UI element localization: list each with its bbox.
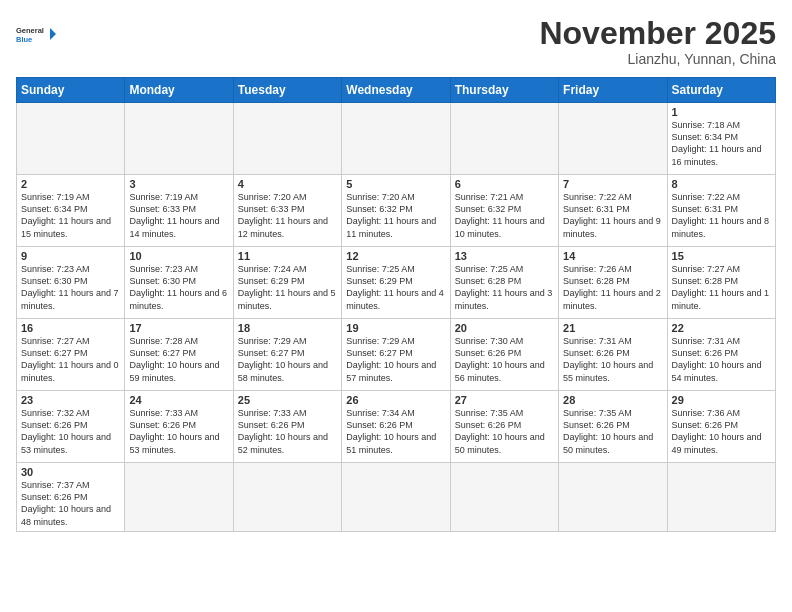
svg-marker-2 <box>50 28 56 40</box>
day-number: 28 <box>563 394 662 406</box>
month-title: November 2025 <box>539 16 776 51</box>
table-row: 9Sunrise: 7:23 AMSunset: 6:30 PMDaylight… <box>17 247 125 319</box>
day-number: 21 <box>563 322 662 334</box>
table-row: 16Sunrise: 7:27 AMSunset: 6:27 PMDayligh… <box>17 319 125 391</box>
day-info: Sunrise: 7:27 AMSunset: 6:28 PMDaylight:… <box>672 263 771 312</box>
day-info: Sunrise: 7:31 AMSunset: 6:26 PMDaylight:… <box>563 335 662 384</box>
day-number: 20 <box>455 322 554 334</box>
day-info: Sunrise: 7:24 AMSunset: 6:29 PMDaylight:… <box>238 263 337 312</box>
weekday-header-row: Sunday Monday Tuesday Wednesday Thursday… <box>17 78 776 103</box>
day-number: 19 <box>346 322 445 334</box>
table-row: 24Sunrise: 7:33 AMSunset: 6:26 PMDayligh… <box>125 391 233 463</box>
header-monday: Monday <box>125 78 233 103</box>
table-row <box>342 103 450 175</box>
day-info: Sunrise: 7:32 AMSunset: 6:26 PMDaylight:… <box>21 407 120 456</box>
day-info: Sunrise: 7:29 AMSunset: 6:27 PMDaylight:… <box>238 335 337 384</box>
day-number: 6 <box>455 178 554 190</box>
day-number: 9 <box>21 250 120 262</box>
day-number: 2 <box>21 178 120 190</box>
table-row <box>342 463 450 532</box>
day-info: Sunrise: 7:21 AMSunset: 6:32 PMDaylight:… <box>455 191 554 240</box>
day-info: Sunrise: 7:22 AMSunset: 6:31 PMDaylight:… <box>672 191 771 240</box>
svg-text:Blue: Blue <box>16 35 32 44</box>
header-friday: Friday <box>559 78 667 103</box>
header-sunday: Sunday <box>17 78 125 103</box>
table-row <box>125 463 233 532</box>
table-row: 30Sunrise: 7:37 AMSunset: 6:26 PMDayligh… <box>17 463 125 532</box>
table-row: 28Sunrise: 7:35 AMSunset: 6:26 PMDayligh… <box>559 391 667 463</box>
day-info: Sunrise: 7:22 AMSunset: 6:31 PMDaylight:… <box>563 191 662 240</box>
svg-text:General: General <box>16 26 44 35</box>
day-number: 27 <box>455 394 554 406</box>
day-number: 5 <box>346 178 445 190</box>
header-wednesday: Wednesday <box>342 78 450 103</box>
table-row: 17Sunrise: 7:28 AMSunset: 6:27 PMDayligh… <box>125 319 233 391</box>
day-info: Sunrise: 7:25 AMSunset: 6:28 PMDaylight:… <box>455 263 554 312</box>
table-row: 13Sunrise: 7:25 AMSunset: 6:28 PMDayligh… <box>450 247 558 319</box>
day-number: 1 <box>672 106 771 118</box>
table-row: 27Sunrise: 7:35 AMSunset: 6:26 PMDayligh… <box>450 391 558 463</box>
day-number: 25 <box>238 394 337 406</box>
day-info: Sunrise: 7:34 AMSunset: 6:26 PMDaylight:… <box>346 407 445 456</box>
day-info: Sunrise: 7:35 AMSunset: 6:26 PMDaylight:… <box>563 407 662 456</box>
table-row: 11Sunrise: 7:24 AMSunset: 6:29 PMDayligh… <box>233 247 341 319</box>
day-number: 29 <box>672 394 771 406</box>
table-row <box>667 463 775 532</box>
header-thursday: Thursday <box>450 78 558 103</box>
day-info: Sunrise: 7:28 AMSunset: 6:27 PMDaylight:… <box>129 335 228 384</box>
table-row: 19Sunrise: 7:29 AMSunset: 6:27 PMDayligh… <box>342 319 450 391</box>
table-row <box>233 103 341 175</box>
table-row: 10Sunrise: 7:23 AMSunset: 6:30 PMDayligh… <box>125 247 233 319</box>
day-info: Sunrise: 7:27 AMSunset: 6:27 PMDaylight:… <box>21 335 120 384</box>
day-info: Sunrise: 7:35 AMSunset: 6:26 PMDaylight:… <box>455 407 554 456</box>
table-row: 25Sunrise: 7:33 AMSunset: 6:26 PMDayligh… <box>233 391 341 463</box>
day-number: 22 <box>672 322 771 334</box>
table-row: 20Sunrise: 7:30 AMSunset: 6:26 PMDayligh… <box>450 319 558 391</box>
table-row: 15Sunrise: 7:27 AMSunset: 6:28 PMDayligh… <box>667 247 775 319</box>
day-info: Sunrise: 7:30 AMSunset: 6:26 PMDaylight:… <box>455 335 554 384</box>
day-info: Sunrise: 7:19 AMSunset: 6:34 PMDaylight:… <box>21 191 120 240</box>
day-info: Sunrise: 7:26 AMSunset: 6:28 PMDaylight:… <box>563 263 662 312</box>
day-number: 30 <box>21 466 120 478</box>
table-row <box>559 103 667 175</box>
table-row: 23Sunrise: 7:32 AMSunset: 6:26 PMDayligh… <box>17 391 125 463</box>
table-row: 6Sunrise: 7:21 AMSunset: 6:32 PMDaylight… <box>450 175 558 247</box>
day-info: Sunrise: 7:29 AMSunset: 6:27 PMDaylight:… <box>346 335 445 384</box>
day-info: Sunrise: 7:36 AMSunset: 6:26 PMDaylight:… <box>672 407 771 456</box>
table-row: 8Sunrise: 7:22 AMSunset: 6:31 PMDaylight… <box>667 175 775 247</box>
table-row: 3Sunrise: 7:19 AMSunset: 6:33 PMDaylight… <box>125 175 233 247</box>
table-row: 5Sunrise: 7:20 AMSunset: 6:32 PMDaylight… <box>342 175 450 247</box>
location-subtitle: Lianzhu, Yunnan, China <box>539 51 776 67</box>
day-number: 13 <box>455 250 554 262</box>
day-number: 8 <box>672 178 771 190</box>
day-number: 24 <box>129 394 228 406</box>
day-number: 3 <box>129 178 228 190</box>
logo: General Blue <box>16 16 56 52</box>
day-number: 14 <box>563 250 662 262</box>
day-info: Sunrise: 7:25 AMSunset: 6:29 PMDaylight:… <box>346 263 445 312</box>
day-number: 12 <box>346 250 445 262</box>
table-row <box>125 103 233 175</box>
table-row: 4Sunrise: 7:20 AMSunset: 6:33 PMDaylight… <box>233 175 341 247</box>
day-info: Sunrise: 7:37 AMSunset: 6:26 PMDaylight:… <box>21 479 120 528</box>
table-row <box>233 463 341 532</box>
table-row <box>17 103 125 175</box>
day-info: Sunrise: 7:19 AMSunset: 6:33 PMDaylight:… <box>129 191 228 240</box>
table-row <box>450 463 558 532</box>
logo-icon: General Blue <box>16 16 56 52</box>
day-number: 17 <box>129 322 228 334</box>
header-saturday: Saturday <box>667 78 775 103</box>
table-row: 29Sunrise: 7:36 AMSunset: 6:26 PMDayligh… <box>667 391 775 463</box>
day-info: Sunrise: 7:23 AMSunset: 6:30 PMDaylight:… <box>129 263 228 312</box>
day-info: Sunrise: 7:33 AMSunset: 6:26 PMDaylight:… <box>238 407 337 456</box>
calendar-table: Sunday Monday Tuesday Wednesday Thursday… <box>16 77 776 532</box>
day-info: Sunrise: 7:20 AMSunset: 6:33 PMDaylight:… <box>238 191 337 240</box>
table-row: 2Sunrise: 7:19 AMSunset: 6:34 PMDaylight… <box>17 175 125 247</box>
day-number: 18 <box>238 322 337 334</box>
table-row: 26Sunrise: 7:34 AMSunset: 6:26 PMDayligh… <box>342 391 450 463</box>
day-number: 11 <box>238 250 337 262</box>
table-row: 21Sunrise: 7:31 AMSunset: 6:26 PMDayligh… <box>559 319 667 391</box>
day-number: 10 <box>129 250 228 262</box>
table-row <box>559 463 667 532</box>
table-row: 7Sunrise: 7:22 AMSunset: 6:31 PMDaylight… <box>559 175 667 247</box>
